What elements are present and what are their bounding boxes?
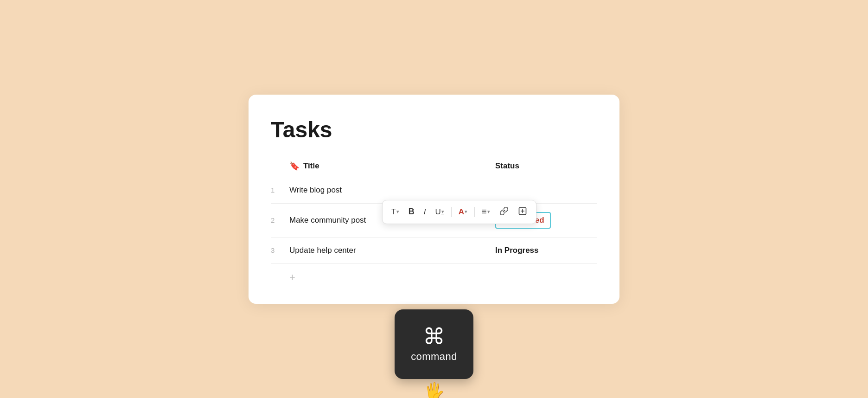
text-style-button[interactable]: T ▾ — [388, 205, 402, 218]
row-3-status[interactable]: In Progress — [495, 246, 597, 255]
chevron-down-icon: ▾ — [441, 209, 444, 215]
bookmark-icon: 🔖 — [289, 161, 300, 171]
table-header: 🔖 Title Status — [271, 157, 597, 177]
row-3-num: 3 — [271, 246, 289, 254]
row-3: 3 Update help center In Progress — [271, 238, 597, 264]
add-row-button[interactable]: + — [271, 264, 597, 285]
title-column-header: 🔖 Title — [289, 161, 495, 171]
row-1-num: 1 — [271, 186, 289, 194]
color-button[interactable]: A ▾ — [455, 205, 471, 219]
align-button[interactable]: ≡ ▾ — [479, 205, 493, 219]
bold-button[interactable]: B — [405, 205, 418, 219]
underline-button[interactable]: U ▾ — [432, 205, 447, 219]
row-2-num: 2 — [271, 216, 289, 224]
status-column-header: Status — [495, 161, 597, 171]
toolbar-divider — [474, 207, 475, 217]
row-1-title[interactable]: Write blog post — [289, 186, 495, 195]
command-key[interactable]: ⌘ command — [395, 309, 473, 379]
toolbar-divider — [451, 207, 452, 217]
formatting-toolbar[interactable]: T ▾ B I U ▾ A ▾ ≡ ▾ — [382, 200, 536, 224]
italic-button[interactable]: I — [421, 205, 429, 219]
chevron-down-icon: ▾ — [465, 209, 467, 215]
tasks-card: Tasks 🔖 Title Status 1 Write blog post T… — [249, 95, 619, 304]
cursor-icon: 🖐 — [424, 382, 445, 398]
table-row: T ▾ B I U ▾ A ▾ ≡ ▾ — [271, 204, 597, 238]
row-1: 1 Write blog post — [271, 177, 597, 204]
table-row: 1 Write blog post — [271, 177, 597, 204]
command-label: command — [411, 351, 457, 363]
chevron-down-icon: ▾ — [396, 209, 399, 215]
row-3-title[interactable]: Update help center — [289, 246, 495, 255]
command-symbol: ⌘ — [423, 326, 445, 348]
chevron-down-icon: ▾ — [487, 209, 490, 215]
table-row: 3 Update help center In Progress — [271, 238, 597, 264]
page-title: Tasks — [271, 117, 597, 142]
command-key-wrapper: ⌘ command 🖐 — [395, 309, 473, 398]
link-button[interactable] — [496, 204, 512, 220]
insert-button[interactable] — [515, 204, 530, 220]
